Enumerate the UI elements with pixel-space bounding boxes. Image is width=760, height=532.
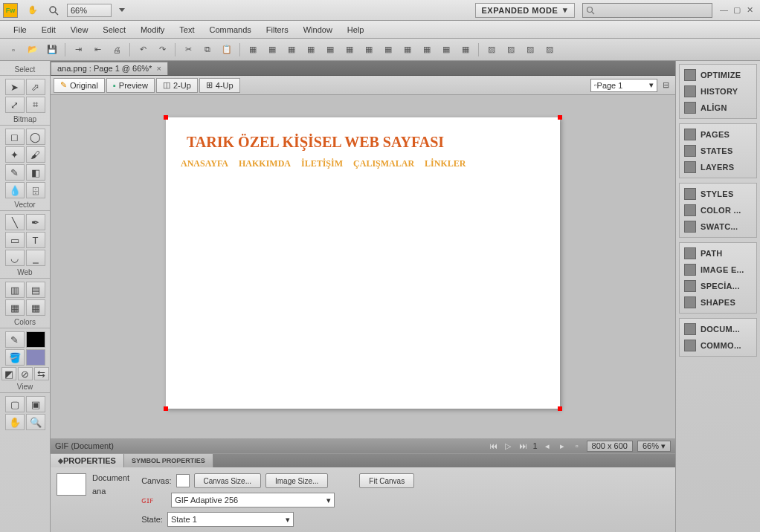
state-dropdown[interactable]: State 1▾ bbox=[167, 512, 294, 527]
menu-modify[interactable]: Modify bbox=[133, 23, 172, 36]
undo-icon[interactable]: ↶ bbox=[134, 42, 152, 58]
doc-tab-close-icon[interactable]: × bbox=[156, 64, 161, 73]
tb-icon-2[interactable]: ▦ bbox=[263, 42, 281, 58]
menu-filters[interactable]: Filters bbox=[259, 23, 296, 36]
tb-icon-10[interactable]: ▦ bbox=[418, 42, 436, 58]
lasso-tool[interactable]: ◯ bbox=[26, 129, 45, 145]
hotspot-tool[interactable]: ▥ bbox=[5, 282, 25, 298]
panel-common[interactable]: COMMO... bbox=[682, 337, 754, 354]
open-icon[interactable]: 📂 bbox=[24, 42, 42, 58]
pointer-tool[interactable]: ➤ bbox=[5, 79, 25, 95]
panel-styles[interactable]: STYLES bbox=[682, 186, 754, 202]
subselect-tool[interactable]: ⬀ bbox=[26, 79, 45, 95]
stamp-tool[interactable]: ⌹ bbox=[26, 182, 45, 198]
hand-tool-icon[interactable]: ✋ bbox=[25, 3, 40, 18]
tb-icon-5[interactable]: ▦ bbox=[321, 42, 339, 58]
copy-icon[interactable]: ⧉ bbox=[199, 42, 216, 58]
fill-swatch[interactable] bbox=[26, 349, 45, 366]
pen-tool[interactable]: ✒ bbox=[26, 214, 45, 230]
cut-icon[interactable]: ✂ bbox=[179, 42, 197, 58]
stroke-swatch[interactable] bbox=[26, 331, 45, 348]
panel-path[interactable]: PATH bbox=[682, 245, 754, 262]
menu-help[interactable]: Help bbox=[340, 23, 372, 36]
panel-states[interactable]: STATES bbox=[682, 143, 754, 159]
menu-select[interactable]: Select bbox=[95, 23, 133, 36]
tab-original[interactable]: ✎Original bbox=[54, 78, 105, 93]
marquee-tool[interactable]: ◻ bbox=[5, 129, 25, 145]
tab-4up[interactable]: ⊞4-Up bbox=[199, 78, 240, 93]
panel-image-editing[interactable]: IMAGE E... bbox=[682, 262, 754, 278]
menu-text[interactable]: Text bbox=[172, 23, 202, 36]
optimize-dropdown[interactable]: GIF Adaptive 256▾ bbox=[171, 493, 335, 507]
page-layout-icon[interactable]: ⊟ bbox=[659, 77, 672, 94]
tb-icon-14[interactable]: ▨ bbox=[502, 42, 520, 58]
close-icon[interactable]: ✕ bbox=[747, 5, 757, 16]
selection-handle[interactable] bbox=[558, 406, 562, 411]
slice-tool[interactable]: ▤ bbox=[26, 282, 45, 298]
last-frame-icon[interactable]: ⏭ bbox=[518, 441, 528, 451]
zoom-tool[interactable]: 🔍 bbox=[26, 414, 45, 430]
import-icon[interactable]: ⇥ bbox=[69, 42, 87, 58]
fill-color[interactable]: 🪣 bbox=[5, 349, 25, 366]
panel-color[interactable]: COLOR ... bbox=[682, 202, 754, 218]
save-icon[interactable]: 💾 bbox=[43, 42, 61, 58]
tb-icon-1[interactable]: ▦ bbox=[244, 42, 262, 58]
fit-canvas-button[interactable]: Fit Canvas bbox=[359, 473, 414, 488]
tb-icon-15[interactable]: ▨ bbox=[521, 42, 539, 58]
show-slice-tool[interactable]: ▦ bbox=[26, 299, 45, 316]
tb-icon-6[interactable]: ▦ bbox=[341, 42, 358, 58]
hide-slice-tool[interactable]: ▦ bbox=[5, 299, 25, 316]
no-color[interactable]: ⊘ bbox=[18, 367, 33, 380]
panel-layers[interactable]: LAYERS bbox=[682, 159, 754, 175]
panel-swatches[interactable]: SWATC... bbox=[682, 218, 754, 235]
tb-icon-16[interactable]: ▨ bbox=[541, 42, 558, 58]
zoom-dropdown-icon[interactable] bbox=[119, 8, 125, 12]
document-tab[interactable]: ana.png : Page 1 @ 66%* × bbox=[51, 62, 168, 75]
canvas-color-swatch[interactable] bbox=[176, 474, 190, 487]
menu-view[interactable]: View bbox=[63, 23, 96, 36]
canvas-size-button[interactable]: Canvas Size... bbox=[194, 473, 261, 488]
panel-document[interactable]: DOCUM... bbox=[682, 321, 754, 337]
selection-handle[interactable] bbox=[558, 115, 562, 120]
workspace-mode-dropdown[interactable]: EXPANDED MODE ▾ bbox=[475, 3, 576, 18]
restore-icon[interactable]: ▢ bbox=[733, 5, 744, 16]
tb-icon-9[interactable]: ▦ bbox=[399, 42, 416, 58]
stroke-color[interactable]: ✎ bbox=[5, 331, 25, 348]
image-size-button[interactable]: Image Size... bbox=[265, 473, 328, 488]
page-selector[interactable]: ▫ Page 1▾ bbox=[590, 79, 657, 92]
search-input[interactable] bbox=[582, 3, 712, 18]
knife-tool[interactable]: ⎯ bbox=[26, 250, 45, 266]
paste-icon[interactable]: 📋 bbox=[218, 42, 236, 58]
minimize-icon[interactable]: — bbox=[720, 5, 730, 16]
freeform-tool[interactable]: ◡ bbox=[5, 250, 25, 266]
zoom-tool-icon[interactable] bbox=[46, 3, 61, 18]
tb-icon-4[interactable]: ▦ bbox=[302, 42, 320, 58]
selection-handle[interactable] bbox=[164, 115, 168, 120]
blur-tool[interactable]: 💧 bbox=[5, 182, 25, 198]
zoom-level-field[interactable]: 66% bbox=[67, 4, 112, 17]
text-tool[interactable]: T bbox=[26, 232, 45, 248]
status-dimensions[interactable]: 800 x 600 bbox=[587, 441, 633, 452]
panel-shapes[interactable]: SHAPES bbox=[682, 294, 754, 311]
tb-icon-7[interactable]: ▦ bbox=[360, 42, 378, 58]
panel-history[interactable]: HISTORY bbox=[682, 83, 754, 100]
canvas-viewport[interactable]: TARIK ÖZEL KİŞİSEL WEB SAYFASI ANASAYFA … bbox=[51, 95, 675, 438]
export-icon[interactable]: ⇤ bbox=[88, 42, 106, 58]
default-colors[interactable]: ◩ bbox=[1, 367, 16, 380]
selection-handle[interactable] bbox=[164, 406, 168, 411]
prev-icon[interactable]: ◂ bbox=[542, 441, 553, 451]
play-icon[interactable]: ▷ bbox=[503, 441, 513, 451]
line-tool[interactable]: ╲ bbox=[5, 214, 25, 230]
menu-commands[interactable]: Commands bbox=[202, 23, 259, 36]
tab-2up[interactable]: ◫2-Up bbox=[156, 78, 198, 93]
new-icon[interactable]: ▫ bbox=[4, 42, 22, 58]
tb-icon-13[interactable]: ▨ bbox=[483, 42, 500, 58]
panel-align[interactable]: ALİGN bbox=[682, 100, 754, 116]
first-frame-icon[interactable]: ⏮ bbox=[488, 441, 498, 451]
tab-preview[interactable]: ▪Preview bbox=[106, 78, 155, 93]
swap-colors[interactable]: ⇆ bbox=[34, 367, 49, 380]
crop-tool[interactable]: ⌗ bbox=[26, 97, 45, 113]
view-full[interactable]: ▣ bbox=[26, 396, 45, 412]
panel-pages[interactable]: PAGES bbox=[682, 126, 754, 143]
eraser-tool[interactable]: ◧ bbox=[26, 164, 45, 181]
